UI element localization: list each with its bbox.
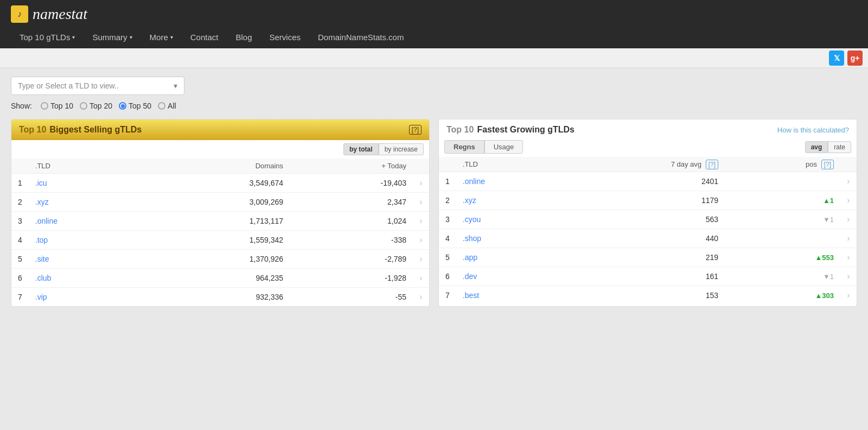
tld-selector-dropdown[interactable]: Type or Select a TLD to view.. ▾: [11, 77, 184, 95]
table-row: 3 .online 1,713,117 1,024 ›: [11, 212, 429, 231]
right-tld-link[interactable]: .app: [463, 253, 477, 262]
right-row-chevron-icon[interactable]: ›: [847, 233, 850, 243]
tab-avg[interactable]: avg: [805, 141, 828, 153]
tld-link[interactable]: .vip: [35, 293, 47, 301]
avg-cell: 1179: [556, 191, 725, 210]
nav-blog[interactable]: Blog: [227, 26, 260, 48]
tld-link[interactable]: .top: [35, 236, 48, 244]
biggest-selling-help: [?]: [409, 125, 422, 135]
show-top10[interactable]: Top 10: [41, 102, 73, 110]
biggest-selling-title: Biggest Selling gTLDs: [49, 125, 142, 135]
fastest-growing-header: Top 10 Fastest Growing gTLDs How is this…: [439, 119, 857, 140]
fastest-growing-calc-link: How is this calculated?: [777, 126, 849, 134]
nav-services[interactable]: Services: [261, 26, 310, 48]
row-chevron-icon[interactable]: ›: [419, 178, 422, 187]
right-row-chevron-icon[interactable]: ›: [847, 252, 850, 262]
tld-selector-arrow-icon: ▾: [174, 81, 177, 90]
right-tld-link[interactable]: .best: [463, 291, 479, 300]
chevron-cell: ›: [413, 250, 429, 269]
right-row-chevron-icon[interactable]: ›: [847, 195, 850, 205]
chevron-cell: ›: [413, 231, 429, 250]
twitter-button[interactable]: 𝕏: [829, 50, 844, 66]
show-top50[interactable]: Top 50: [119, 102, 151, 110]
tld-cell: .site: [29, 250, 141, 269]
chevron-cell: ›: [413, 174, 429, 193]
chevron-cell: ›: [413, 212, 429, 231]
googleplus-button[interactable]: g+: [847, 50, 863, 66]
7day-help-badge[interactable]: [?]: [706, 160, 718, 169]
right-tld-cell: .dev: [456, 267, 556, 286]
tld-selector-placeholder: Type or Select a TLD to view..: [18, 81, 119, 90]
subtab-usage[interactable]: Usage: [484, 140, 524, 154]
domains-cell: 3,009,269: [141, 193, 290, 212]
nav-top10-gtlds[interactable]: Top 10 gTLDs ▾: [11, 26, 84, 48]
biggest-selling-top-num: Top 10: [19, 125, 46, 135]
right-tld-link[interactable]: .dev: [463, 272, 477, 281]
table-row: 4 .shop 440 ›: [439, 229, 857, 248]
right-tld-link[interactable]: .shop: [463, 234, 481, 243]
show-all[interactable]: All: [158, 102, 176, 110]
right-chevron-cell: ›: [840, 248, 857, 267]
tld-cell: .xyz: [29, 193, 141, 212]
biggest-selling-tabs: by total by increase: [11, 140, 429, 159]
right-rank-cell: 2: [439, 191, 456, 210]
rank-cell: 1: [11, 174, 29, 193]
biggest-selling-help-badge[interactable]: [?]: [409, 125, 422, 135]
tld-link[interactable]: .site: [35, 255, 49, 263]
rank-cell: 4: [11, 231, 29, 250]
tld-cell: .online: [29, 212, 141, 231]
rank-cell: 6: [11, 269, 29, 288]
nav-summary[interactable]: Summary ▾: [84, 26, 141, 48]
tab-by-increase[interactable]: by increase: [379, 143, 424, 155]
right-row-chevron-icon[interactable]: ›: [847, 176, 850, 186]
logo-icon: ♪: [11, 5, 28, 23]
tables-row: Top 10 Biggest Selling gTLDs [?] by tota…: [11, 119, 857, 307]
fastest-growing-tabs: avg rate: [805, 141, 851, 153]
calc-link[interactable]: How is this calculated?: [777, 126, 849, 134]
right-tld-link[interactable]: .xyz: [463, 196, 476, 205]
right-tld-link[interactable]: .cyou: [463, 215, 481, 224]
nav-contact[interactable]: Contact: [182, 26, 227, 48]
pos-cell: ▲553: [725, 248, 840, 267]
avg-cell: 2401: [556, 172, 725, 191]
fastest-growing-panel: Top 10 Fastest Growing gTLDs How is this…: [438, 119, 857, 307]
col-domains-header: Domains: [141, 159, 290, 174]
row-chevron-icon[interactable]: ›: [419, 273, 422, 282]
right-row-chevron-icon[interactable]: ›: [847, 214, 850, 224]
tld-cell: .vip: [29, 288, 141, 307]
right-rank-cell: 4: [439, 229, 456, 248]
logo-area: ♪ namestat: [11, 0, 857, 26]
nav-domainstats[interactable]: DomainNameStats.com: [309, 26, 412, 48]
row-chevron-icon[interactable]: ›: [419, 197, 422, 206]
tld-link[interactable]: .icu: [35, 179, 47, 187]
nav-more[interactable]: More ▾: [141, 26, 182, 48]
right-rank-cell: 3: [439, 210, 456, 229]
fastest-growing-subtabs: Regns Usage: [444, 140, 523, 154]
right-tld-link[interactable]: .online: [463, 177, 485, 186]
col-rank-header: [11, 159, 29, 174]
rank-cell: 3: [11, 212, 29, 231]
row-chevron-icon[interactable]: ›: [419, 254, 422, 263]
show-options-row: Show: Top 10 Top 20 Top 50 All: [11, 102, 857, 110]
right-row-chevron-icon[interactable]: ›: [847, 271, 850, 281]
show-top20[interactable]: Top 20: [80, 102, 112, 110]
tab-by-total[interactable]: by total: [343, 143, 379, 155]
today-cell: 2,347: [290, 193, 413, 212]
subtab-regns[interactable]: Regns: [444, 140, 484, 154]
row-chevron-icon[interactable]: ›: [419, 292, 422, 301]
tld-link[interactable]: .club: [35, 274, 52, 282]
table-row: 7 .best 153 ▲303 ›: [439, 286, 857, 305]
main-content: Type or Select a TLD to view.. ▾ Show: T…: [0, 68, 868, 315]
pos-help-badge[interactable]: [?]: [821, 160, 834, 169]
col-tld-header: .TLD: [29, 159, 141, 174]
tld-link[interactable]: .online: [35, 217, 58, 225]
tab-rate[interactable]: rate: [828, 141, 851, 153]
row-chevron-icon[interactable]: ›: [419, 235, 422, 244]
radio-top20-circle: [80, 102, 87, 110]
today-cell: -338: [290, 231, 413, 250]
tld-link[interactable]: .xyz: [35, 198, 49, 206]
right-row-chevron-icon[interactable]: ›: [847, 290, 850, 300]
row-chevron-icon[interactable]: ›: [419, 216, 422, 225]
pos-up-indicator: ▲303: [815, 292, 834, 300]
pos-cell: ▼1: [725, 210, 840, 229]
